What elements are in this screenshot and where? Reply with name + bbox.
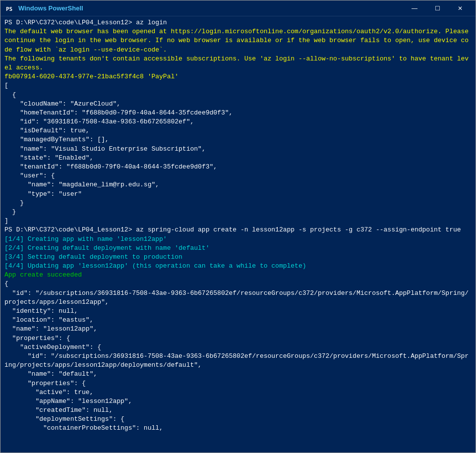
terminal-line: {: [4, 280, 472, 288]
terminal-line: "properties": {: [4, 379, 472, 388]
terminal-line: "name": "default",: [4, 370, 472, 379]
terminal-line: The default web browser has been opened …: [4, 27, 472, 55]
terminal-line: }: [4, 208, 472, 217]
terminal-line: "id": "/subscriptions/36931816-7508-43ae…: [4, 289, 472, 307]
terminal-line: "deploymentSettings": {: [4, 415, 472, 424]
terminal-line: "identity": null,: [4, 307, 472, 316]
terminal-line: [3/4] Setting default deployment to prod…: [4, 253, 472, 262]
terminal-line: "activeDeployment": {: [4, 343, 472, 352]
terminal-line: "appName": "lesson12app",: [4, 397, 472, 406]
terminal-line: [2/4] Creating default deployment with n…: [4, 244, 472, 253]
terminal-output[interactable]: PS D:\RP\C372\code\LP04_Lesson12> az log…: [0, 16, 476, 453]
terminal-line: "id": "/subscriptions/36931816-7508-43ae…: [4, 352, 472, 370]
terminal-line: [1/4] Creating app with name 'lesson12ap…: [4, 235, 472, 244]
window-controls: — ☐ ✕: [403, 0, 472, 16]
app-icon: PS: [4, 3, 14, 13]
svg-text:PS: PS: [6, 6, 12, 12]
terminal-line: "state": "Enabled",: [4, 154, 472, 163]
terminal-line: App create succeeded: [4, 271, 472, 280]
terminal-line: PS D:\RP\C372\code\LP04_Lesson12> az spr…: [4, 226, 472, 234]
terminal-line: "id": "36931816-7508-43ae-9363-6b6726580…: [4, 117, 472, 126]
terminal-line: "createdTime": null,: [4, 406, 472, 415]
terminal-line: fb007914-6020-4374-977e-21bac5f3f4c8 'Pa…: [4, 72, 472, 81]
terminal-line: "managedByTenants": [],: [4, 135, 472, 144]
terminal-line: "location": "eastus",: [4, 316, 472, 325]
terminal-line: The following tenants don't contain acce…: [4, 55, 472, 72]
terminal-line: "active": true,: [4, 388, 472, 397]
maximize-button[interactable]: ☐: [426, 0, 449, 16]
terminal-line: [4/4] Updating app 'lesson12app' (this o…: [4, 262, 472, 271]
terminal-line: {: [4, 91, 472, 100]
close-button[interactable]: ✕: [449, 0, 472, 16]
minimize-button[interactable]: —: [403, 0, 426, 16]
terminal-line: "name": "magdalene_lim@rp.edu.sg",: [4, 180, 472, 189]
terminal-line: "name": "lesson12app",: [4, 325, 472, 334]
terminal-line: "containerProbeSettings": null,: [4, 424, 472, 433]
window-title: Windows PowerShell: [18, 4, 403, 12]
terminal-line: "properties": {: [4, 334, 472, 343]
terminal-line: PS D:\RP\C372\code\LP04_Lesson12> az log…: [4, 18, 472, 27]
powershell-window: PS Windows PowerShell — ☐ ✕ PS D:\RP\C37…: [0, 0, 476, 453]
terminal-line: "name": "Visual Studio Enterprise Subscr…: [4, 145, 472, 154]
terminal-line: "user": {: [4, 171, 472, 180]
terminal-line: [: [4, 81, 472, 90]
terminal-line: "cloudName": "AzureCloud",: [4, 100, 472, 109]
terminal-line: }: [4, 199, 472, 208]
terminal-line: ]: [4, 217, 472, 226]
terminal-line: "homeTenantId": "f688b0d0-79f0-40a4-8644…: [4, 109, 472, 117]
terminal-line: "isDefault": true,: [4, 126, 472, 135]
terminal-line: "type": "user": [4, 190, 472, 199]
titlebar: PS Windows PowerShell — ☐ ✕: [0, 0, 476, 16]
terminal-line: "tenantId": "f688b0d0-79f0-40a4-8644-35f…: [4, 163, 472, 171]
